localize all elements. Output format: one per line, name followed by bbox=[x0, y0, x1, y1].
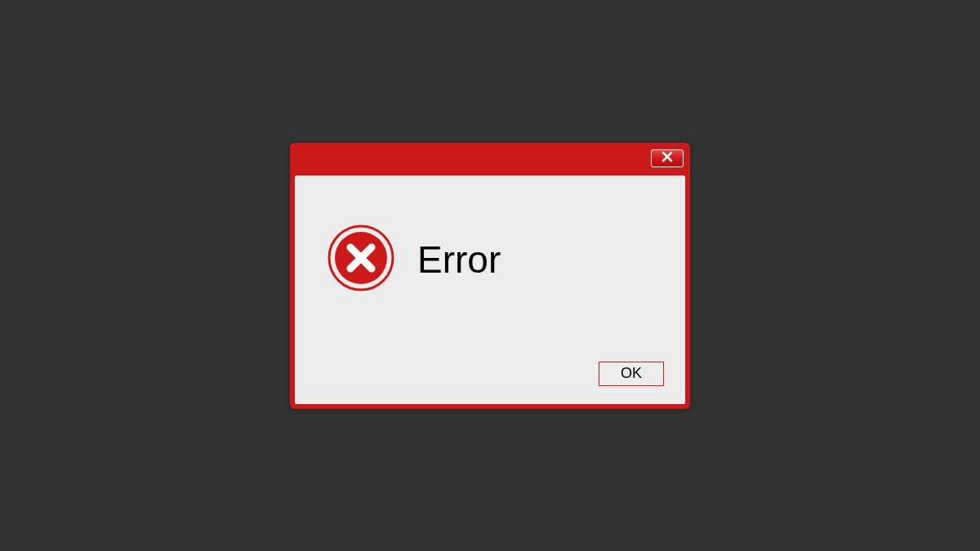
ok-button[interactable]: OK bbox=[599, 362, 664, 386]
content-area: Error bbox=[295, 176, 685, 295]
error-x-icon bbox=[327, 224, 394, 295]
error-dialog: Error OK bbox=[290, 143, 690, 409]
close-button[interactable] bbox=[651, 149, 684, 167]
titlebar bbox=[295, 148, 685, 176]
button-area: OK bbox=[599, 362, 664, 386]
dialog-body: Error OK bbox=[295, 176, 685, 404]
close-icon bbox=[662, 151, 673, 166]
error-message: Error bbox=[417, 238, 501, 282]
